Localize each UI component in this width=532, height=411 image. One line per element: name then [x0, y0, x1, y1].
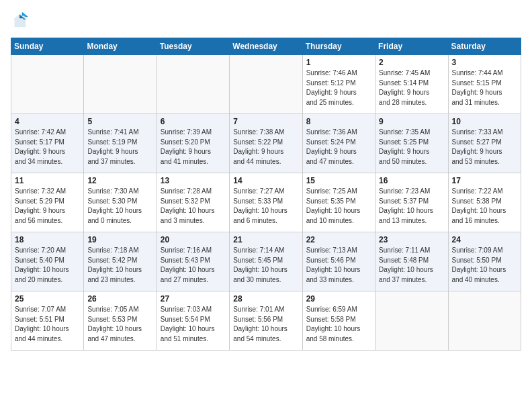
day-info: Sunrise: 7:33 AM Sunset: 5:27 PM Dayligh… — [452, 128, 517, 167]
day-number: 9 — [379, 117, 444, 126]
calendar-cell: 19Sunrise: 7:18 AM Sunset: 5:42 PM Dayli… — [84, 232, 157, 291]
calendar-cell: 10Sunrise: 7:33 AM Sunset: 5:27 PM Dayli… — [448, 114, 521, 173]
day-number: 3 — [452, 58, 517, 67]
calendar-cell: 6Sunrise: 7:39 AM Sunset: 5:20 PM Daylig… — [157, 114, 229, 173]
calendar-cell — [230, 55, 302, 114]
calendar-cell: 26Sunrise: 7:05 AM Sunset: 5:53 PM Dayli… — [84, 291, 157, 351]
day-info: Sunrise: 7:07 AM Sunset: 5:51 PM Dayligh… — [15, 305, 80, 344]
day-number: 13 — [161, 176, 226, 185]
day-info: Sunrise: 7:05 AM Sunset: 5:53 PM Dayligh… — [87, 305, 152, 344]
calendar-cell: 13Sunrise: 7:28 AM Sunset: 5:32 PM Dayli… — [157, 173, 229, 232]
day-info: Sunrise: 7:18 AM Sunset: 5:42 PM Dayligh… — [87, 246, 152, 285]
calendar-table: SundayMondayTuesdayWednesdayThursdayFrid… — [11, 38, 521, 351]
calendar-cell: 22Sunrise: 7:13 AM Sunset: 5:46 PM Dayli… — [302, 232, 375, 291]
logo — [11, 11, 32, 30]
day-info: Sunrise: 7:38 AM Sunset: 5:22 PM Dayligh… — [233, 128, 298, 167]
calendar-cell — [157, 55, 229, 114]
calendar-cell: 27Sunrise: 7:03 AM Sunset: 5:54 PM Dayli… — [157, 291, 229, 351]
day-number: 2 — [379, 58, 444, 67]
calendar-cell: 8Sunrise: 7:36 AM Sunset: 5:24 PM Daylig… — [302, 114, 375, 173]
calendar-cell: 23Sunrise: 7:11 AM Sunset: 5:48 PM Dayli… — [375, 232, 448, 291]
day-number: 10 — [452, 117, 517, 126]
day-number: 11 — [15, 176, 80, 185]
day-info: Sunrise: 7:27 AM Sunset: 5:33 PM Dayligh… — [233, 187, 298, 226]
day-info: Sunrise: 7:39 AM Sunset: 5:20 PM Dayligh… — [161, 128, 226, 167]
day-info: Sunrise: 7:32 AM Sunset: 5:29 PM Dayligh… — [15, 187, 80, 226]
day-number: 22 — [306, 235, 371, 244]
day-number: 20 — [161, 235, 226, 244]
day-info: Sunrise: 7:14 AM Sunset: 5:45 PM Dayligh… — [233, 246, 298, 285]
day-number: 14 — [233, 176, 298, 185]
calendar-cell: 1Sunrise: 7:46 AM Sunset: 5:12 PM Daylig… — [302, 55, 375, 114]
day-number: 24 — [452, 235, 517, 244]
col-header-thursday: Thursday — [302, 38, 375, 55]
calendar-cell: 7Sunrise: 7:38 AM Sunset: 5:22 PM Daylig… — [230, 114, 302, 173]
day-info: Sunrise: 7:25 AM Sunset: 5:35 PM Dayligh… — [306, 187, 371, 226]
day-number: 19 — [87, 235, 152, 244]
calendar-cell: 12Sunrise: 7:30 AM Sunset: 5:30 PM Dayli… — [84, 173, 157, 232]
day-number: 4 — [15, 117, 80, 126]
day-info: Sunrise: 7:01 AM Sunset: 5:56 PM Dayligh… — [233, 305, 298, 344]
day-info: Sunrise: 7:44 AM Sunset: 5:15 PM Dayligh… — [452, 68, 517, 107]
calendar-cell — [375, 291, 448, 351]
day-number: 29 — [306, 294, 371, 304]
calendar-cell: 21Sunrise: 7:14 AM Sunset: 5:45 PM Dayli… — [230, 232, 302, 291]
day-info: Sunrise: 7:16 AM Sunset: 5:43 PM Dayligh… — [161, 246, 226, 285]
calendar-cell: 11Sunrise: 7:32 AM Sunset: 5:29 PM Dayli… — [11, 173, 84, 232]
day-info: Sunrise: 7:42 AM Sunset: 5:17 PM Dayligh… — [15, 128, 80, 167]
col-header-saturday: Saturday — [448, 38, 521, 55]
col-header-tuesday: Tuesday — [157, 38, 229, 55]
day-number: 6 — [161, 117, 226, 126]
calendar-cell — [11, 55, 84, 114]
day-info: Sunrise: 7:22 AM Sunset: 5:38 PM Dayligh… — [452, 187, 517, 226]
calendar-cell: 29Sunrise: 6:59 AM Sunset: 5:58 PM Dayli… — [302, 291, 375, 351]
day-info: Sunrise: 7:30 AM Sunset: 5:30 PM Dayligh… — [87, 187, 152, 226]
calendar-cell: 24Sunrise: 7:09 AM Sunset: 5:50 PM Dayli… — [448, 232, 521, 291]
day-number: 25 — [15, 294, 80, 304]
calendar-cell: 2Sunrise: 7:45 AM Sunset: 5:14 PM Daylig… — [375, 55, 448, 114]
calendar-cell: 20Sunrise: 7:16 AM Sunset: 5:43 PM Dayli… — [157, 232, 229, 291]
calendar-cell: 28Sunrise: 7:01 AM Sunset: 5:56 PM Dayli… — [230, 291, 302, 351]
day-number: 27 — [161, 294, 226, 304]
calendar-cell: 5Sunrise: 7:41 AM Sunset: 5:19 PM Daylig… — [84, 114, 157, 173]
day-info: Sunrise: 7:35 AM Sunset: 5:25 PM Dayligh… — [379, 128, 444, 167]
day-info: Sunrise: 7:11 AM Sunset: 5:48 PM Dayligh… — [379, 246, 444, 285]
day-info: Sunrise: 6:59 AM Sunset: 5:58 PM Dayligh… — [306, 305, 371, 344]
day-number: 23 — [379, 235, 444, 244]
calendar-cell: 17Sunrise: 7:22 AM Sunset: 5:38 PM Dayli… — [448, 173, 521, 232]
day-number: 18 — [15, 235, 80, 244]
day-info: Sunrise: 7:28 AM Sunset: 5:32 PM Dayligh… — [161, 187, 226, 226]
calendar-cell: 14Sunrise: 7:27 AM Sunset: 5:33 PM Dayli… — [230, 173, 302, 232]
logo-icon — [11, 11, 30, 30]
calendar-cell: 25Sunrise: 7:07 AM Sunset: 5:51 PM Dayli… — [11, 291, 84, 351]
col-header-monday: Monday — [84, 38, 157, 55]
col-header-wednesday: Wednesday — [230, 38, 302, 55]
calendar-cell — [84, 55, 157, 114]
day-number: 12 — [87, 176, 152, 185]
day-number: 5 — [87, 117, 152, 126]
calendar-cell: 9Sunrise: 7:35 AM Sunset: 5:25 PM Daylig… — [375, 114, 448, 173]
day-info: Sunrise: 7:13 AM Sunset: 5:46 PM Dayligh… — [306, 246, 371, 285]
day-number: 26 — [87, 294, 152, 304]
calendar-cell: 4Sunrise: 7:42 AM Sunset: 5:17 PM Daylig… — [11, 114, 84, 173]
day-number: 28 — [233, 294, 298, 304]
page-header — [11, 11, 521, 30]
calendar-cell: 18Sunrise: 7:20 AM Sunset: 5:40 PM Dayli… — [11, 232, 84, 291]
day-number: 8 — [306, 117, 371, 126]
day-info: Sunrise: 7:36 AM Sunset: 5:24 PM Dayligh… — [306, 128, 371, 167]
day-number: 21 — [233, 235, 298, 244]
day-info: Sunrise: 7:45 AM Sunset: 5:14 PM Dayligh… — [379, 68, 444, 107]
day-info: Sunrise: 7:41 AM Sunset: 5:19 PM Dayligh… — [87, 128, 152, 167]
calendar-cell — [448, 291, 521, 351]
day-number: 17 — [452, 176, 517, 185]
col-header-friday: Friday — [375, 38, 448, 55]
calendar-cell: 16Sunrise: 7:23 AM Sunset: 5:37 PM Dayli… — [375, 173, 448, 232]
day-number: 15 — [306, 176, 371, 185]
calendar-cell: 3Sunrise: 7:44 AM Sunset: 5:15 PM Daylig… — [448, 55, 521, 114]
day-number: 7 — [233, 117, 298, 126]
day-number: 1 — [306, 58, 371, 67]
day-info: Sunrise: 7:20 AM Sunset: 5:40 PM Dayligh… — [15, 246, 80, 285]
day-info: Sunrise: 7:09 AM Sunset: 5:50 PM Dayligh… — [452, 246, 517, 285]
col-header-sunday: Sunday — [11, 38, 84, 55]
day-info: Sunrise: 7:03 AM Sunset: 5:54 PM Dayligh… — [161, 305, 226, 344]
